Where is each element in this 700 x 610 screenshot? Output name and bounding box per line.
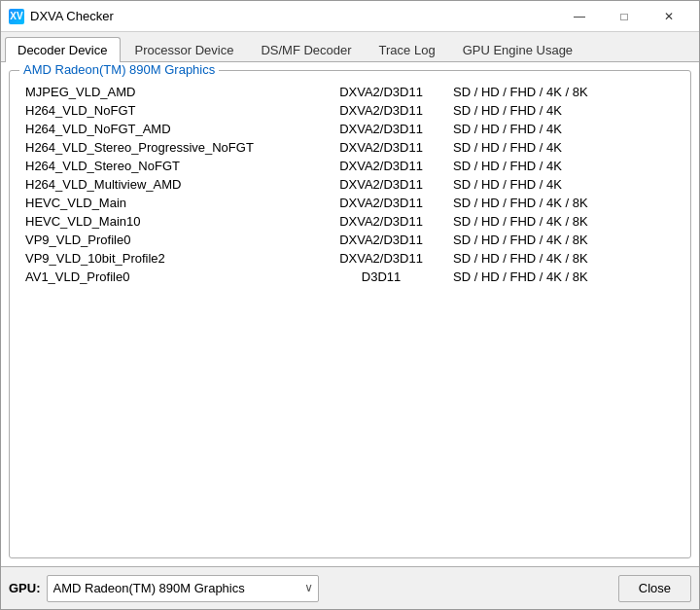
decoder-api: DXVA2/D3D11 xyxy=(313,249,449,268)
window-title: DXVA Checker xyxy=(30,9,114,23)
title-bar-controls: — □ ✕ xyxy=(557,1,691,32)
decoder-name: H264_VLD_Stereo_NoFGT xyxy=(21,157,313,175)
decoder-name: AV1_VLD_Profile0 xyxy=(21,268,313,286)
decoder-api: DXVA2/D3D11 xyxy=(313,157,449,175)
decoder-name: HEVC_VLD_Main10 xyxy=(21,212,313,231)
table-row: H264_VLD_Multiview_AMDDXVA2/D3D11SD / HD… xyxy=(21,175,679,194)
decoder-api: DXVA2/D3D11 xyxy=(313,138,449,157)
decoder-api: DXVA2/D3D11 xyxy=(313,83,449,101)
decoder-formats: SD / HD / FHD / 4K / 8K xyxy=(449,249,679,268)
tab-gpu-engine-usage[interactable]: GPU Engine Usage xyxy=(450,37,585,62)
decoder-formats: SD / HD / FHD / 4K xyxy=(449,175,679,194)
main-window: XV DXVA Checker — □ ✕ Decoder Device Pro… xyxy=(0,0,700,610)
title-bar: XV DXVA Checker — □ ✕ xyxy=(1,1,699,32)
app-icon: XV xyxy=(9,9,24,24)
decoder-formats: SD / HD / FHD / 4K xyxy=(449,138,679,157)
tab-decoder-device[interactable]: Decoder Device xyxy=(5,37,121,62)
window-close-button[interactable]: ✕ xyxy=(647,1,691,32)
decoder-formats: SD / HD / FHD / 4K / 8K xyxy=(449,83,679,101)
decoder-name: H264_VLD_NoFGT_AMD xyxy=(21,120,313,138)
decoder-name: VP9_VLD_10bit_Profile2 xyxy=(21,249,313,268)
decoder-api: DXVA2/D3D11 xyxy=(313,231,449,249)
gpu-label: GPU: xyxy=(9,581,41,595)
table-row: H264_VLD_NoFGTDXVA2/D3D11SD / HD / FHD /… xyxy=(21,101,679,120)
decoder-name: H264_VLD_Stereo_Progressive_NoFGT xyxy=(21,138,313,157)
maximize-button[interactable]: □ xyxy=(602,1,647,32)
decoder-api: DXVA2/D3D11 xyxy=(313,101,449,120)
decoder-formats: SD / HD / FHD / 4K xyxy=(449,120,679,138)
table-row: HEVC_VLD_MainDXVA2/D3D11SD / HD / FHD / … xyxy=(21,194,679,212)
tab-dsmf-decoder[interactable]: DS/MF Decoder xyxy=(248,37,364,62)
title-bar-left: XV DXVA Checker xyxy=(9,9,114,24)
decoder-formats: SD / HD / FHD / 4K / 8K xyxy=(449,212,679,231)
decoder-formats: SD / HD / FHD / 4K / 8K xyxy=(449,231,679,249)
table-row: HEVC_VLD_Main10DXVA2/D3D11SD / HD / FHD … xyxy=(21,212,679,231)
tab-bar: Decoder Device Processor Device DS/MF De… xyxy=(1,32,699,62)
decoder-name: H264_VLD_NoFGT xyxy=(21,101,313,120)
group-box-legend: AMD Radeon(TM) 890M Graphics xyxy=(19,62,219,77)
decoder-name: VP9_VLD_Profile0 xyxy=(21,231,313,249)
decoder-formats: SD / HD / FHD / 4K xyxy=(449,101,679,120)
minimize-button[interactable]: — xyxy=(557,1,602,32)
decoder-name: HEVC_VLD_Main xyxy=(21,194,313,212)
table-row: VP9_VLD_Profile0DXVA2/D3D11SD / HD / FHD… xyxy=(21,231,679,249)
table-row: MJPEG_VLD_AMDDXVA2/D3D11SD / HD / FHD / … xyxy=(21,83,679,101)
decoder-table: MJPEG_VLD_AMDDXVA2/D3D11SD / HD / FHD / … xyxy=(21,83,679,286)
content-area: AMD Radeon(TM) 890M Graphics MJPEG_VLD_A… xyxy=(1,62,699,566)
tab-trace-log[interactable]: Trace Log xyxy=(367,37,448,62)
tab-processor-device[interactable]: Processor Device xyxy=(122,37,247,62)
decoder-api: DXVA2/D3D11 xyxy=(313,120,449,138)
table-row: AV1_VLD_Profile0D3D11SD / HD / FHD / 4K … xyxy=(21,268,679,286)
table-row: H264_VLD_Stereo_Progressive_NoFGTDXVA2/D… xyxy=(21,138,679,157)
decoder-formats: SD / HD / FHD / 4K / 8K xyxy=(449,194,679,212)
close-button[interactable]: Close xyxy=(618,575,691,602)
table-row: H264_VLD_NoFGT_AMDDXVA2/D3D11SD / HD / F… xyxy=(21,120,679,138)
decoder-api: D3D11 xyxy=(313,268,449,286)
decoder-name: MJPEG_VLD_AMD xyxy=(21,83,313,101)
bottom-bar: GPU: AMD Radeon(TM) 890M Graphics Close xyxy=(1,566,699,609)
decoder-formats: SD / HD / FHD / 4K / 8K xyxy=(449,268,679,286)
decoder-api: DXVA2/D3D11 xyxy=(313,212,449,231)
decoder-formats: SD / HD / FHD / 4K xyxy=(449,157,679,175)
decoder-group-box: AMD Radeon(TM) 890M Graphics MJPEG_VLD_A… xyxy=(9,70,691,558)
gpu-dropdown[interactable]: AMD Radeon(TM) 890M Graphics xyxy=(47,575,319,602)
table-row: H264_VLD_Stereo_NoFGTDXVA2/D3D11SD / HD … xyxy=(21,157,679,175)
table-row: VP9_VLD_10bit_Profile2DXVA2/D3D11SD / HD… xyxy=(21,249,679,268)
decoder-api: DXVA2/D3D11 xyxy=(313,194,449,212)
decoder-name: H264_VLD_Multiview_AMD xyxy=(21,175,313,194)
gpu-selector: GPU: AMD Radeon(TM) 890M Graphics xyxy=(9,575,319,602)
decoder-api: DXVA2/D3D11 xyxy=(313,175,449,194)
gpu-dropdown-wrapper: AMD Radeon(TM) 890M Graphics xyxy=(47,575,319,602)
